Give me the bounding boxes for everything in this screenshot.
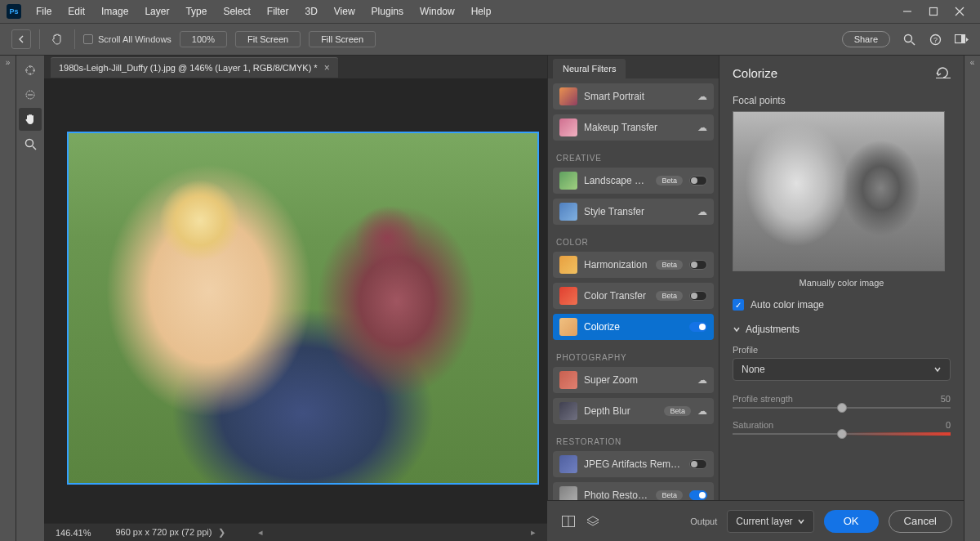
expand-right-strip[interactable]: «	[964, 56, 980, 541]
beta-badge: Beta	[656, 260, 683, 270]
status-zoom[interactable]: 146.41%	[56, 528, 91, 538]
menu-type[interactable]: Type	[179, 2, 213, 20]
cancel-button[interactable]: Cancel	[889, 510, 952, 533]
saturation-slider[interactable]	[733, 433, 951, 435]
profile-strength-slider[interactable]	[733, 407, 951, 409]
filter-toggle[interactable]	[689, 322, 707, 332]
fit-screen-button[interactable]: Fit Screen	[235, 31, 301, 47]
checkbox-icon[interactable]	[83, 34, 93, 44]
cloud-download-icon[interactable]: ☁	[697, 405, 707, 417]
checkbox-checked-icon[interactable]: ✓	[733, 299, 744, 311]
menu-edit[interactable]: Edit	[61, 2, 91, 20]
filter-label: Landscape Mi...	[584, 175, 649, 186]
fill-screen-button[interactable]: Fill Screen	[309, 31, 376, 47]
adjustments-label: Adjustments	[746, 324, 800, 335]
filter-smart-portrait[interactable]: Smart Portrait ☁	[553, 83, 714, 110]
hand-tool-icon[interactable]	[48, 30, 66, 48]
cloud-download-icon[interactable]: ☁	[697, 374, 707, 386]
filter-label: JPEG Artifacts Removal	[584, 458, 683, 470]
menu-file[interactable]: File	[29, 2, 58, 20]
filter-label: Color Transfer	[584, 290, 649, 302]
target-minus-tool-icon[interactable]	[19, 83, 42, 106]
filter-super-zoom[interactable]: Super Zoom ☁	[553, 367, 714, 393]
minimize-icon[interactable]	[902, 6, 913, 17]
filter-toggle[interactable]	[689, 459, 707, 469]
adjustments-header[interactable]: Adjustments	[733, 324, 951, 335]
section-restoration: RESTORATION	[553, 429, 714, 451]
filter-style-transfer[interactable]: Style Transfer ☁	[553, 199, 714, 225]
profile-strength-value: 50	[941, 394, 951, 404]
slider-thumb-icon[interactable]	[837, 403, 847, 413]
zoom-tool-icon[interactable]	[19, 132, 42, 155]
focal-points-image[interactable]	[733, 111, 945, 271]
menu-select[interactable]: Select	[216, 2, 256, 20]
svg-line-18	[33, 146, 36, 150]
scroll-left-icon[interactable]: ◂	[258, 527, 263, 538]
menu-3d[interactable]: 3D	[298, 2, 323, 20]
hand-tool-icon[interactable]	[19, 108, 42, 131]
chevron-down-icon	[797, 517, 805, 525]
target-tool-icon[interactable]	[19, 59, 42, 82]
menu-window[interactable]: Window	[413, 2, 461, 20]
beta-badge: Beta	[656, 176, 683, 186]
cloud-download-icon[interactable]: ☁	[697, 206, 707, 217]
filter-toggle[interactable]	[689, 291, 707, 301]
filter-colorize[interactable]: Colorize	[553, 314, 714, 340]
expand-left-strip[interactable]: »	[0, 56, 16, 541]
options-bar: Scroll All Windows 100% Fit Screen Fill …	[0, 23, 980, 56]
slider-thumb-icon[interactable]	[837, 429, 847, 439]
menu-filter[interactable]: Filter	[261, 2, 296, 20]
close-icon[interactable]	[954, 6, 965, 17]
cloud-download-icon[interactable]: ☁	[697, 122, 707, 133]
canvas-viewport[interactable]	[44, 78, 547, 523]
filter-label: Smart Portrait	[584, 91, 691, 102]
filter-thumb-icon	[559, 287, 577, 305]
neural-filters-tab[interactable]: Neural Filters	[553, 59, 626, 78]
panel-title: Colorize	[733, 66, 777, 80]
reset-icon[interactable]	[936, 67, 951, 78]
filter-toggle[interactable]	[689, 176, 707, 186]
filter-color-transfer[interactable]: Color Transfer Beta	[553, 283, 714, 309]
focal-points-label: Focal points	[733, 95, 951, 106]
workspace-icon[interactable]	[954, 32, 969, 47]
back-button[interactable]	[11, 29, 31, 49]
chevron-right-icon[interactable]: ❯	[218, 527, 225, 537]
filter-depth-blur[interactable]: Depth Blur Beta ☁	[553, 398, 714, 424]
canvas-image[interactable]	[67, 132, 539, 485]
search-icon[interactable]	[902, 32, 916, 47]
filter-landscape-mixer[interactable]: Landscape Mi... Beta	[553, 168, 714, 194]
cloud-download-icon[interactable]: ☁	[697, 91, 707, 102]
filter-toggle[interactable]	[689, 260, 707, 270]
menu-image[interactable]: Image	[95, 2, 135, 20]
share-button[interactable]: Share	[842, 31, 890, 47]
scroll-right-icon[interactable]: ▸	[531, 527, 536, 538]
section-creative: CREATIVE	[553, 145, 714, 168]
divider	[74, 29, 75, 49]
menu-help[interactable]: Help	[465, 2, 498, 20]
filter-label: Style Transfer	[584, 206, 691, 217]
document-tab[interactable]: 1980s-Leigh-Jill_Duffy (1).jpg @ 146% (L…	[51, 57, 338, 78]
before-after-icon[interactable]	[562, 516, 575, 527]
maximize-icon[interactable]	[928, 6, 939, 17]
profile-select[interactable]: None	[733, 358, 951, 381]
filter-toggle[interactable]	[689, 490, 707, 500]
beta-badge: Beta	[656, 291, 683, 301]
menu-plugins[interactable]: Plugins	[365, 2, 410, 20]
menu-layer[interactable]: Layer	[138, 2, 176, 20]
ok-button[interactable]: OK	[824, 510, 879, 533]
close-tab-icon[interactable]: ×	[324, 62, 330, 74]
zoom-input[interactable]: 100%	[180, 31, 227, 47]
status-bar: 146.41% 960 px x 720 px (72 ppi)❯ ◂ ▸	[44, 523, 547, 541]
menu-view[interactable]: View	[327, 2, 362, 20]
auto-color-checkbox[interactable]: ✓ Auto color image	[733, 299, 951, 311]
layers-icon[interactable]	[586, 516, 599, 527]
filter-jpeg-artifacts[interactable]: JPEG Artifacts Removal	[553, 451, 714, 477]
help-icon[interactable]: ?	[928, 32, 942, 47]
filter-photo-restoration[interactable]: Photo Restorat... Beta	[553, 482, 714, 500]
output-select[interactable]: Current layer	[727, 510, 814, 533]
scroll-all-windows-option[interactable]: Scroll All Windows	[83, 34, 172, 44]
filter-makeup-transfer[interactable]: Makeup Transfer ☁	[553, 114, 714, 141]
svg-point-4	[904, 34, 911, 42]
filter-harmonization[interactable]: Harmonization Beta	[553, 252, 714, 278]
svg-marker-22	[587, 516, 599, 523]
